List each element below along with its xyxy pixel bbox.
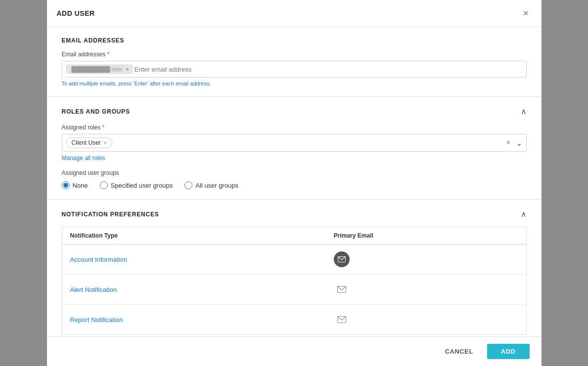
table-row: Report Notification [62,305,526,335]
radio-specified[interactable]: Specified user groups [100,181,173,189]
email-field-label: Email addresses * [62,51,527,58]
email-section-title: EMAIL ADDRESSES [62,37,527,44]
notification-section: NOTIFICATION PREFERENCES ∧ Notification … [47,200,542,336]
roles-input-container[interactable]: Client User × × ⌄ [62,134,527,152]
roles-field-label: Assigned roles * [62,124,527,131]
clear-roles-button[interactable]: × [506,138,510,147]
add-button[interactable]: ADD [487,344,530,359]
manage-roles-link[interactable]: Manage all roles [62,155,105,162]
role-tag-remove[interactable]: × [104,140,107,146]
table-row: Account Information [62,244,526,275]
modal-footer: CANCEL ADD [47,336,542,366]
email-icon-filled[interactable] [334,251,350,267]
table-header-row: Notification Type Primary Email [62,227,526,244]
radio-group: None Specified user groups All user grou… [62,181,527,189]
email-icon-outline[interactable] [334,282,350,297]
primary-email-cell[interactable] [326,275,526,305]
roles-chevron-icon[interactable]: ∧ [521,107,527,116]
notification-section-header: NOTIFICATION PREFERENCES ∧ [62,209,527,219]
notification-table: Notification Type Primary Email Account [62,227,526,334]
notification-type-text: Account Information [70,256,128,263]
modal-header: ADD USER × [47,0,542,27]
modal-title: ADD USER [57,9,95,17]
notification-type-text: Report Notification [70,316,123,324]
roles-section: ROLES AND GROUPS ∧ Assigned roles * Clie… [47,97,542,200]
radio-specified-input[interactable] [100,181,108,189]
radio-all-label: All user groups [195,182,238,189]
primary-email-cell[interactable] [326,305,526,335]
notification-type-cell: Alert Notification [62,275,326,305]
primary-email-cell[interactable] [326,244,526,275]
radio-none[interactable]: None [62,181,88,189]
email-tag: ██████████.com × [66,65,133,74]
radio-none-label: None [73,182,88,189]
cancel-button[interactable]: CANCEL [437,344,481,359]
role-tag-text: Client User [72,139,101,146]
modal-overlay: ADD USER × EMAIL ADDRESSES Email address… [0,0,588,366]
modal-body: EMAIL ADDRESSES Email addresses * ██████… [47,27,542,336]
email-tag-text: ██████████.com [70,66,124,72]
notification-type-text: Alert Notification [70,286,117,293]
email-helper-text: To add multiple emails, press 'Enter' af… [62,81,527,86]
col-primary-email: Primary Email [326,227,526,244]
notification-section-title: NOTIFICATION PREFERENCES [62,211,159,218]
roles-section-title: ROLES AND GROUPS [62,108,130,115]
notification-table-wrapper: Notification Type Primary Email Account [62,227,527,335]
col-notification-type: Notification Type [62,227,326,244]
add-user-modal: ADD USER × EMAIL ADDRESSES Email address… [47,0,542,366]
radio-specified-label: Specified user groups [111,182,173,189]
notification-chevron-icon[interactable]: ∧ [521,209,527,219]
table-row: Alert Notification [62,275,526,305]
email-input-container[interactable]: ██████████.com × [62,61,527,78]
email-tag-remove[interactable]: × [126,66,129,72]
radio-all[interactable]: All user groups [184,181,238,189]
radio-none-input[interactable] [62,181,70,189]
user-groups-label: Assigned user groups [62,169,527,176]
email-input[interactable] [135,66,522,73]
roles-actions: × ⌄ [506,138,522,148]
email-section: EMAIL ADDRESSES Email addresses * ██████… [47,27,542,97]
radio-all-input[interactable] [184,181,192,189]
roles-section-header: ROLES AND GROUPS ∧ [62,107,527,116]
roles-dropdown-button[interactable]: ⌄ [516,138,522,148]
notification-type-cell: Account Information [62,244,326,275]
close-button[interactable]: × [520,8,532,19]
notification-type-cell: Report Notification [62,305,326,335]
required-asterisk: * [107,51,110,58]
email-icon-outline[interactable] [334,312,350,327]
role-tag: Client User × [66,137,113,148]
